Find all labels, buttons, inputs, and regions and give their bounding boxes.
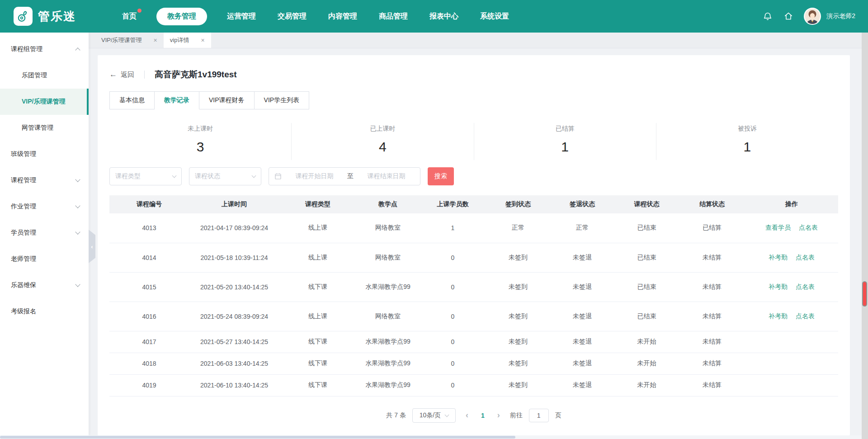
username[interactable]: 演示老师2 [826, 12, 855, 20]
vertical-scrollbar[interactable] [862, 33, 868, 439]
sidebar-group-course-groups[interactable]: 课程组管理 [0, 36, 89, 62]
nav-item-operation[interactable]: 运营管理 [227, 12, 256, 21]
cell-class-time: 2021-05-18 10:39-11:24 [189, 243, 279, 272]
roll-call-link[interactable]: 点名表 [796, 312, 815, 320]
table-row: 4019 2021-06-10 13:40-14:25 线下课 水果湖教学点99… [109, 374, 838, 396]
course-status-select[interactable]: 课程状态 [189, 167, 261, 185]
cell-checkin-status: 未签到 [486, 243, 550, 272]
main-menu: 首页 教务管理 运营管理 交易管理 内容管理 商品管理 报表中心 系统设置 [111, 8, 520, 25]
sidebar-item-student-mgmt[interactable]: 学员管理 [0, 220, 89, 246]
sidebar-item-homework-mgmt[interactable]: 作业管理 [0, 194, 89, 220]
roll-call-link[interactable]: 点名表 [799, 224, 818, 231]
nav-item-content[interactable]: 内容管理 [328, 12, 357, 21]
current-page[interactable]: 1 [478, 412, 487, 419]
cell-course-type: 线下课 [279, 353, 356, 374]
cell-checkout-status: 正常 [550, 213, 614, 243]
cell-course-status: 已结束 [614, 243, 679, 272]
nav-item-goods[interactable]: 商品管理 [379, 12, 408, 21]
cell-checkout-status: 未签退 [550, 331, 614, 353]
cell-course-status: 已结束 [614, 213, 679, 243]
sidebar-item-orchestra[interactable]: 乐团管理 [0, 62, 89, 89]
makeup-attendance-link[interactable]: 补考勤 [769, 283, 788, 290]
nav-item-home[interactable]: 首页 [122, 12, 137, 21]
nav-item-report[interactable]: 报表中心 [429, 12, 458, 21]
cell-student-count: 0 [420, 353, 486, 374]
cell-settlement-status: 未结算 [679, 302, 745, 331]
sidebar-item-teacher-mgmt[interactable]: 老师管理 [0, 246, 89, 272]
sidebar-item-class-mgmt[interactable]: 班级管理 [0, 141, 89, 167]
sidebar-collapse-handle[interactable]: ‹ [89, 230, 95, 263]
tab-vip-finance[interactable]: VIP课程财务 [199, 91, 255, 109]
stat-label: 被投诉 [656, 125, 838, 133]
top-navbar: 管乐迷 首页 教务管理 运营管理 交易管理 内容管理 商品管理 报表中心 系统设… [0, 0, 868, 33]
date-range-separator: 至 [347, 172, 354, 180]
cell-checkout-status: 未签退 [550, 272, 614, 302]
cell-teaching-point: 水果湖教学点99 [356, 353, 420, 374]
prev-page-button[interactable]: ‹ [462, 411, 472, 420]
tab-vip-course-list[interactable]: VIP/乐理课管理 × [95, 33, 164, 48]
cell-checkout-status: 未签退 [550, 353, 614, 374]
sidebar-item-instrument-maintenance[interactable]: 乐器维保 [0, 272, 89, 298]
tab-vip-detail[interactable]: vip详情 × [164, 33, 211, 48]
col-teaching-point: 教学点 [356, 195, 420, 213]
cell-course-id: 4018 [109, 353, 189, 374]
roll-call-link[interactable]: 点名表 [796, 283, 815, 290]
date-start-placeholder: 课程开始日期 [286, 172, 343, 180]
cell-teaching-point: 水果湖教学点99 [356, 331, 420, 353]
cell-course-type: 线上课 [279, 213, 356, 243]
nav-item-trade[interactable]: 交易管理 [278, 12, 307, 21]
goto-page-input[interactable] [529, 409, 549, 422]
close-icon[interactable]: × [154, 37, 157, 43]
cell-course-status: 已结束 [614, 272, 679, 302]
next-page-button[interactable]: › [494, 411, 504, 420]
sidebar-item-label: 网管课管理 [22, 124, 80, 132]
date-end-placeholder: 课程结束日期 [358, 172, 415, 180]
horizontal-scrollbar-thumb[interactable] [0, 436, 515, 439]
user-avatar[interactable] [804, 8, 821, 25]
cell-checkout-status: 未签退 [550, 243, 614, 272]
back-label: 返回 [121, 71, 134, 79]
tab-teaching-records[interactable]: 教学记录 [155, 91, 199, 109]
close-icon[interactable]: × [201, 37, 204, 43]
course-type-select[interactable]: 课程类型 [109, 167, 182, 185]
sidebar-item-exam-registration[interactable]: 考级报名 [0, 298, 89, 325]
filter-bar: 课程类型 课程状态 课程开始日期 至 课程结束日期 搜索 [109, 167, 838, 185]
sidebar-item-label: 学员管理 [11, 229, 76, 237]
page-size-select[interactable]: 10条/页 [412, 408, 456, 423]
cell-teaching-point: 网络教室 [356, 302, 420, 331]
date-range-picker[interactable]: 课程开始日期 至 课程结束日期 [269, 167, 420, 185]
cell-checkin-status: 未签到 [486, 272, 550, 302]
back-button[interactable]: ← 返回 [109, 70, 134, 79]
sidebar-item-online-course[interactable]: 网管课管理 [0, 115, 89, 141]
sidebar-item-course-mgmt[interactable]: 课程管理 [0, 167, 89, 194]
makeup-attendance-link[interactable]: 补考勤 [769, 312, 788, 320]
cell-course-type: 线上课 [279, 302, 356, 331]
tab-basic-info[interactable]: 基本信息 [109, 91, 155, 109]
bell-icon[interactable] [762, 11, 773, 22]
sidebar-item-vip-course[interactable]: VIP/乐理课管理 [0, 89, 89, 115]
search-button[interactable]: 搜索 [428, 167, 454, 185]
view-students-link[interactable]: 查看学员 [765, 224, 791, 231]
roll-call-link[interactable]: 点名表 [796, 254, 815, 261]
tab-label: vip详情 [170, 36, 189, 44]
cell-course-status: 未开始 [614, 331, 679, 353]
table-row: 4018 2021-06-03 13:40-14:25 线下课 水果湖教学点99… [109, 353, 838, 374]
table-row: 4014 2021-05-18 10:39-11:24 线上课 网络教室 0 未… [109, 243, 838, 272]
nav-item-settings[interactable]: 系统设置 [480, 12, 509, 21]
col-checkin-status: 签到状态 [486, 195, 550, 213]
cell-student-count: 0 [420, 243, 486, 272]
home-icon[interactable] [783, 11, 794, 22]
cell-course-type: 线下课 [279, 331, 356, 353]
sidebar-group-label: 课程组管理 [11, 45, 76, 53]
makeup-attendance-link[interactable]: 补考勤 [769, 254, 788, 261]
horizontal-scrollbar[interactable] [0, 435, 868, 439]
table-row: 4016 2021-05-24 08:39-09:24 线上课 网络教室 0 未… [109, 302, 838, 331]
vertical-scrollbar-thumb[interactable] [862, 281, 867, 307]
cell-class-time: 2021-04-17 08:39-09:24 [189, 213, 279, 243]
nav-item-academic[interactable]: 教务管理 [156, 8, 207, 25]
tab-vip-students[interactable]: VIP学生列表 [255, 91, 310, 109]
brand-name: 管乐迷 [38, 9, 76, 24]
cell-course-id: 4014 [109, 243, 189, 272]
cell-class-time: 2021-05-24 08:39-09:24 [189, 302, 279, 331]
collapse-arrow-icon: ‹ [91, 243, 93, 250]
